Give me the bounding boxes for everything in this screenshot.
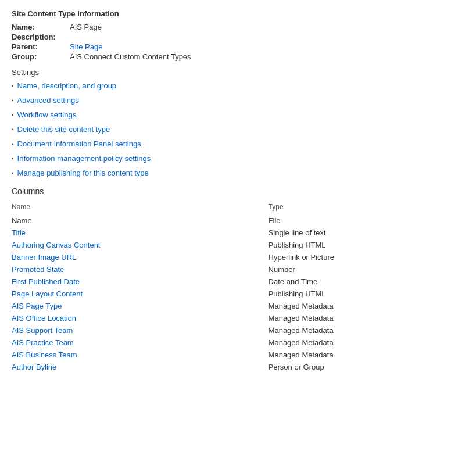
table-row: AIS Page TypeManaged Metadata [12, 300, 439, 312]
column-name-cell: Banner Image URL [12, 251, 269, 263]
table-row: AIS Office LocationManaged Metadata [12, 312, 439, 324]
column-type-cell: Single line of text [269, 227, 439, 239]
value-group: AIS Connect Custom Content Types [70, 52, 191, 61]
table-row: TitleSingle line of text [12, 227, 439, 239]
column-name-cell: Page Layout Content [12, 288, 269, 300]
table-row: First Published DateDate and Time [12, 275, 439, 288]
column-name-cell: AIS Support Team [12, 324, 269, 337]
column-name-link[interactable]: First Published Date [12, 277, 80, 286]
settings-item-name-desc: Name, description, and group [12, 81, 439, 90]
column-name-cell: AIS Business Team [12, 349, 269, 361]
columns-header-row: Name Type [12, 202, 439, 214]
label-description: Description: [12, 33, 70, 41]
column-type-cell: Publishing HTML [269, 288, 439, 300]
table-row: Promoted StateNumber [12, 263, 439, 275]
column-type-cell: Managed Metadata [269, 324, 439, 337]
column-name-cell: First Published Date [12, 275, 269, 288]
value-parent: Site Page [70, 42, 102, 51]
column-header-type: Type [269, 202, 439, 214]
column-name-link[interactable]: Page Layout Content [12, 289, 83, 298]
column-type-cell: Date and Time [269, 275, 439, 288]
table-row: NameFile [12, 214, 439, 227]
columns-section: Columns Name Type NameFileTitleSingle li… [12, 187, 439, 373]
column-name-link[interactable]: Authoring Canvas Content [12, 241, 100, 249]
column-type-cell: Number [269, 263, 439, 275]
column-type-cell: Hyperlink or Picture [269, 251, 439, 263]
column-name-cell: Name [12, 214, 269, 227]
label-name: Name: [12, 23, 70, 31]
table-row: Authoring Canvas ContentPublishing HTML [12, 239, 439, 251]
column-name-link[interactable]: AIS Page Type [12, 302, 62, 310]
column-name-link[interactable]: Title [12, 228, 26, 237]
settings-item-delete: Delete this site content type [12, 125, 439, 134]
info-row-description: Description: [12, 33, 439, 41]
settings-link-workflow[interactable]: Workflow settings [17, 110, 77, 119]
settings-link-info-mgmt[interactable]: Information management policy settings [17, 154, 151, 163]
info-row-name: Name: AIS Page [12, 23, 439, 31]
column-name-cell: AIS Page Type [12, 300, 269, 312]
parent-link[interactable]: Site Page [70, 42, 102, 51]
column-header-name: Name [12, 202, 269, 214]
settings-link-manage-publishing[interactable]: Manage publishing for this content type [17, 169, 149, 177]
column-type-cell: Managed Metadata [269, 349, 439, 361]
column-type-cell: File [269, 214, 439, 227]
column-type-cell: Managed Metadata [269, 337, 439, 349]
column-type-cell: Managed Metadata [269, 312, 439, 324]
info-table: Name: AIS Page Description: Parent: Site… [12, 23, 439, 61]
table-row: AIS Support TeamManaged Metadata [12, 324, 439, 337]
column-name-link[interactable]: Banner Image URL [12, 253, 76, 262]
settings-link-document-info[interactable]: Document Information Panel settings [17, 139, 141, 148]
column-name-link[interactable]: AIS Business Team [12, 350, 77, 359]
settings-link-delete[interactable]: Delete this site content type [17, 125, 110, 134]
column-type-cell: Publishing HTML [269, 239, 439, 251]
settings-item-manage-publishing: Manage publishing for this content type [12, 169, 439, 177]
columns-table: Name Type NameFileTitleSingle line of te… [12, 202, 439, 373]
column-name-cell: AIS Office Location [12, 312, 269, 324]
settings-list: Name, description, and group Advanced se… [12, 81, 439, 177]
label-parent: Parent: [12, 42, 70, 51]
column-name-link[interactable]: AIS Practice Team [12, 338, 74, 347]
column-name-link[interactable]: Promoted State [12, 265, 64, 274]
column-name-cell: Title [12, 227, 269, 239]
column-name-cell: Author Byline [12, 361, 269, 373]
columns-title: Columns [12, 187, 439, 196]
column-type-cell: Managed Metadata [269, 300, 439, 312]
settings-section: Settings Name, description, and group Ad… [12, 68, 439, 177]
column-name-cell: Authoring Canvas Content [12, 239, 269, 251]
info-row-parent: Parent: Site Page [12, 42, 439, 51]
section-title: Site Content Type Information [12, 9, 439, 18]
column-name-cell: AIS Practice Team [12, 337, 269, 349]
info-row-group: Group: AIS Connect Custom Content Types [12, 52, 439, 61]
settings-item-workflow: Workflow settings [12, 110, 439, 119]
table-row: Banner Image URLHyperlink or Picture [12, 251, 439, 263]
table-row: Page Layout ContentPublishing HTML [12, 288, 439, 300]
site-content-type-section: Site Content Type Information Name: AIS … [12, 9, 439, 61]
table-row: AIS Business TeamManaged Metadata [12, 349, 439, 361]
table-row: Author BylinePerson or Group [12, 361, 439, 373]
settings-link-name-desc[interactable]: Name, description, and group [17, 81, 117, 90]
settings-item-document-info: Document Information Panel settings [12, 139, 439, 148]
column-name-cell: Promoted State [12, 263, 269, 275]
column-name-link[interactable]: AIS Office Location [12, 314, 76, 323]
column-name-link[interactable]: AIS Support Team [12, 326, 73, 335]
settings-item-advanced: Advanced settings [12, 96, 439, 105]
settings-link-advanced[interactable]: Advanced settings [17, 96, 79, 105]
settings-item-info-mgmt: Information management policy settings [12, 154, 439, 163]
table-row: AIS Practice TeamManaged Metadata [12, 337, 439, 349]
label-group: Group: [12, 52, 70, 61]
settings-title: Settings [12, 68, 439, 77]
column-type-cell: Person or Group [269, 361, 439, 373]
value-name: AIS Page [70, 23, 102, 31]
column-name-link[interactable]: Author Byline [12, 363, 56, 371]
